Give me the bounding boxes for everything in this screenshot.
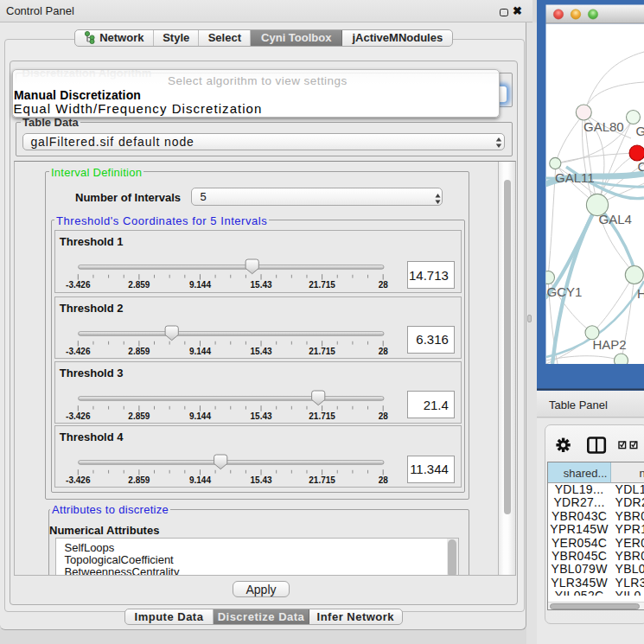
svg-text:15.43: 15.43 [251, 280, 272, 290]
svg-text:CR: CR [638, 159, 644, 174]
svg-text:28: 28 [379, 476, 389, 486]
svg-text:HI: HI [637, 286, 644, 301]
svg-text:-3.426: -3.426 [66, 280, 91, 290]
svg-text:21.715: 21.715 [309, 411, 336, 421]
svg-text:HAP2: HAP2 [593, 337, 627, 352]
svg-text:GAL11: GAL11 [555, 170, 595, 185]
svg-text:2.859: 2.859 [129, 347, 150, 356]
svg-text:15.43: 15.43 [251, 347, 272, 356]
svg-text:GA: GA [636, 124, 644, 138]
svg-text:-3.426: -3.426 [66, 476, 91, 486]
svg-text:-3.426: -3.426 [66, 347, 91, 356]
svg-text:2.859: 2.859 [129, 280, 150, 290]
svg-text:15.43: 15.43 [251, 476, 272, 486]
svg-text:28: 28 [379, 280, 389, 290]
svg-text:28: 28 [379, 347, 389, 356]
svg-text:GAL4: GAL4 [599, 212, 632, 226]
svg-text:28: 28 [379, 411, 389, 421]
svg-text:9.144: 9.144 [189, 280, 211, 290]
svg-text:GAL80: GAL80 [583, 119, 624, 134]
svg-text:21.715: 21.715 [309, 280, 336, 290]
svg-text:9.144: 9.144 [189, 476, 211, 486]
svg-text:9.144: 9.144 [189, 411, 211, 421]
svg-text:15.43: 15.43 [251, 411, 272, 421]
svg-text:9.144: 9.144 [189, 347, 211, 356]
svg-text:21.715: 21.715 [309, 476, 336, 486]
svg-text:2.859: 2.859 [129, 411, 150, 421]
svg-text:-3.426: -3.426 [66, 411, 91, 421]
svg-text:2.859: 2.859 [129, 476, 150, 486]
svg-text:21.715: 21.715 [309, 347, 336, 356]
svg-text:GCY1: GCY1 [547, 284, 583, 299]
